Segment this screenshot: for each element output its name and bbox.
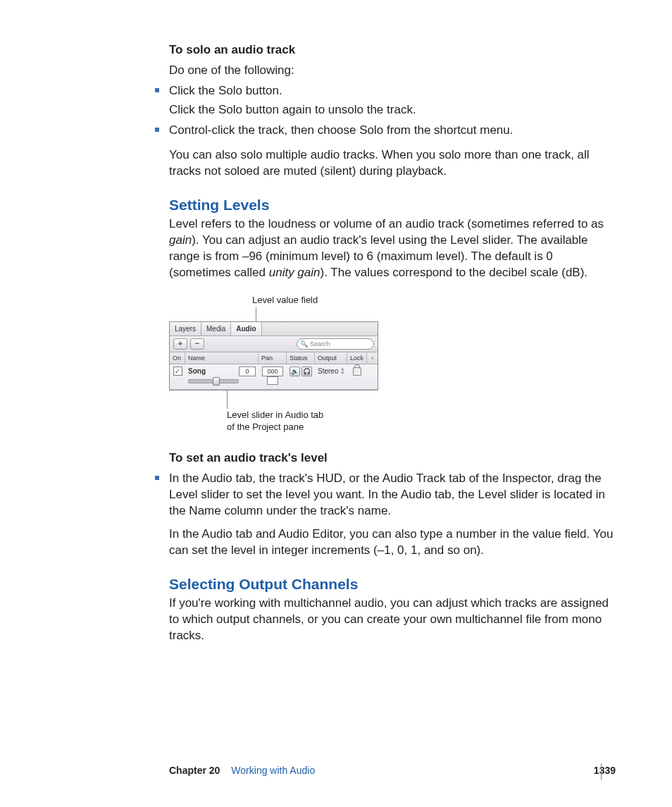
bullet-text: Control-click the track, then choose Sol… [169,123,616,139]
solo-after-para: You can also solo multiple audio tracks.… [169,147,616,180]
tab-media[interactable]: Media [201,322,231,335]
setlevel-heading: To set an audio track's level [169,450,616,467]
pan-value-field[interactable]: 000 [262,366,283,376]
add-button[interactable]: + [173,338,187,350]
col-output: Output [315,352,347,364]
callout-line-icon [256,307,256,321]
col-pan: Pan [259,352,287,364]
slider-thumb-icon[interactable] [213,377,220,386]
panel-tabs: Layers Media Audio [170,322,378,336]
search-placeholder: Search [310,340,330,348]
callout-level-slider: Level slider in Audio tab of the Project… [227,409,616,433]
footer-title: Working with Audio [231,764,315,777]
search-icon: 🔍 [300,340,308,348]
footer-chapter: Chapter 20 [169,764,220,777]
bullet-follow: Click the Solo button again to unsolo th… [169,102,616,118]
page-footer: Chapter 20 Working with Audio 1339 [169,764,616,777]
tab-audio[interactable]: Audio [231,322,261,335]
solo-bullet-list: Click the Solo button. Click the Solo bu… [169,83,616,139]
lock-icon[interactable] [353,367,361,376]
col-lock: Lock [347,352,367,364]
solo-intro: Do one of the following: [169,63,616,79]
level-value-field[interactable]: 0 [239,366,256,376]
tab-layers[interactable]: Layers [170,322,201,335]
col-more[interactable]: › [367,352,378,364]
levels-para: Level refers to the loudness or volume o… [169,216,616,281]
bullet-follow: In the Audio tab and Audio Editor, you c… [169,526,616,559]
col-name: Name [185,352,259,364]
callout-line-icon [227,390,228,409]
bullet-text: In the Audio tab, the track's HUD, or th… [169,471,616,519]
solo-button[interactable]: 🎧 [301,366,312,376]
setlevel-bullet-list: In the Audio tab, the track's HUD, or th… [169,471,616,559]
output-para: If you're working with multichannel audi… [169,596,616,644]
col-status: Status [287,352,315,364]
output-stepper-icon[interactable]: ‡ [340,366,344,376]
list-item: Click the Solo button. Click the Solo bu… [155,83,616,118]
col-on: On [170,352,185,364]
search-input[interactable]: 🔍 Search [297,338,374,350]
section-heading-output-channels: Selecting Output Channels [169,574,616,594]
audio-panel-diagram: Level value field Layers Media Audio + −… [169,294,616,433]
track-name: Song [188,366,206,376]
audio-panel: Layers Media Audio + − 🔍 Search On Name … [169,321,378,390]
panel-column-headers: On Name Pan Status Output Lock › [170,352,378,364]
on-checkbox[interactable]: ✓ [173,366,182,376]
section-heading-setting-levels: Setting Levels [169,195,616,215]
callout-level-value-field: Level value field [252,294,616,307]
document-page: To solo an audio track Do one of the fol… [0,0,672,807]
pan-dial-icon[interactable] [267,376,278,385]
bullet-text: Click the Solo button. [169,83,616,99]
mute-button[interactable]: 🔈 [290,366,300,376]
footer-page-number: 1339 [594,764,616,777]
list-item: In the Audio tab, the track's HUD, or th… [155,471,616,559]
list-item: Control-click the track, then choose Sol… [155,123,616,139]
level-slider[interactable] [188,379,239,383]
solo-heading: To solo an audio track [169,42,616,58]
footer-rule-icon [601,763,602,780]
table-row: ✓ Song 0 000 🔈 [170,364,378,390]
panel-toolbar: + − 🔍 Search [170,336,378,352]
remove-button[interactable]: − [190,338,204,350]
output-value: Stereo [318,366,338,376]
